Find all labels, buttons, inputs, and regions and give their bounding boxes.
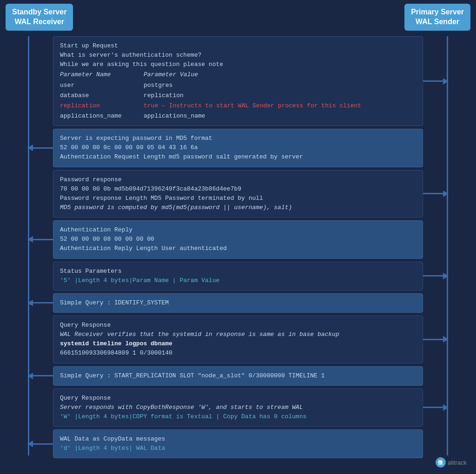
msg-box-identify-system: Simple Query : IDENTIFY_SYSTEM (53, 293, 423, 313)
msg-line-password-response-1: 70 00 00 00 0b md5b094d71396249f3ca84a23… (60, 184, 416, 194)
msg-line-identify-system-0: Simple Query : IDENTIFY_SYSTEM (60, 298, 416, 308)
msg-line-wal-data-0: WAL Data as CopyData messages (60, 434, 416, 444)
header: Standby Server WAL Receiver Primary Serv… (0, 0, 476, 36)
msg-line-query-response-2-0: Query Response (60, 394, 416, 403)
msg-line-md5-auth-1: 52 00 00 00 0c 00 00 00 05 04 43 16 6a (60, 143, 416, 152)
wechat-icon: 微 (436, 457, 446, 467)
standby-server-label: Standby Server WAL Receiver (6, 4, 73, 31)
main-content: Start up RequestWhat is server's authent… (0, 36, 476, 466)
msg-line-wal-data-1: 'd' |Length 4 bytes| WAL Data (60, 444, 416, 453)
msg-line-query-response-1-3: 6661510093306984809 1 0/3000140 (60, 349, 416, 358)
message-row-status-params: Status Parameters'5' |Length 4 bytes|Par… (28, 262, 448, 290)
msg-line-password-response-0: Password response (60, 175, 416, 184)
msg-box-startup-request: Start up RequestWhat is server's authent… (53, 36, 423, 126)
msg-line-auth-reply-0: Authentication Reply (60, 225, 416, 235)
msg-line-status-params-0: Status Parameters (60, 267, 416, 276)
msg-line-auth-reply-2: Authentication Reply Length User authent… (60, 244, 416, 253)
msg-box-status-params: Status Parameters'5' |Length 4 bytes|Par… (53, 262, 423, 290)
msg-line-auth-reply-1: 52 00 00 00 08 00 00 00 00 (60, 235, 416, 244)
message-row-query-response-2: Query ResponseServer responds with CopyB… (28, 388, 448, 427)
right-arrow-status-params (423, 275, 448, 276)
message-row-start-replication: Simple Query : START_REPLICATION SLOT "n… (28, 366, 448, 386)
left-vertical-line (28, 36, 29, 455)
left-arrow-wal-data (28, 443, 53, 445)
message-row-password-response: Password response70 00 00 00 0b md5b094d… (28, 170, 448, 218)
msg-line-startup-request-1: What is server's authentication scheme? (60, 51, 416, 60)
right-arrow-startup-request (423, 80, 448, 82)
right-arrow-password-response (423, 193, 448, 194)
msg-line-status-params-1: '5' |Length 4 bytes|Param Name | Param V… (60, 276, 416, 285)
message-row-query-response-1: Query ResponseWAL Receiver verifies that… (28, 316, 448, 363)
right-arrow-query-response-1 (423, 339, 448, 340)
msg-box-auth-reply: Authentication Reply52 00 00 00 08 00 00… (53, 220, 423, 258)
message-row-startup-request: Start up RequestWhat is server's authent… (28, 36, 448, 126)
msg-line-password-response-3: MD5 password is computed by md5(md5(pass… (60, 203, 416, 212)
left-arrow-auth-reply (28, 239, 53, 240)
left-arrow-identify-system (28, 302, 53, 303)
msg-line-startup-request-2: While we are asking this question please… (60, 60, 416, 69)
msg-line-query-response-1-0: Query Response (60, 321, 416, 330)
msg-line-password-response-2: Password response Length MD5 Password te… (60, 194, 416, 203)
right-vertical-line (447, 36, 448, 455)
msg-box-password-response: Password response70 00 00 00 0b md5b094d… (53, 170, 423, 218)
right-arrow-query-response-2 (423, 407, 448, 408)
msg-line-query-response-2-2: 'W' |Length 4 bytes|COPY format is Textu… (60, 412, 416, 421)
message-row-md5-auth: Server is expecting password in MD5 form… (28, 129, 448, 167)
message-row-identify-system: Simple Query : IDENTIFY_SYSTEM (28, 293, 448, 313)
msg-line-query-response-1-1: WAL Receiver verifies that the systemid … (60, 330, 416, 339)
msg-line-start-replication-0: Simple Query : START_REPLICATION SLOT "n… (60, 371, 416, 381)
msg-box-query-response-1: Query ResponseWAL Receiver verifies that… (53, 316, 423, 363)
message-row-auth-reply: Authentication Reply52 00 00 00 08 00 00… (28, 220, 448, 258)
msg-line-md5-auth-0: Server is expecting password in MD5 form… (60, 134, 416, 143)
msg-box-start-replication: Simple Query : START_REPLICATION SLOT "n… (53, 366, 423, 386)
left-arrow-md5-auth (28, 147, 53, 149)
msg-box-query-response-2: Query ResponseServer responds with CopyB… (53, 388, 423, 427)
msg-line-query-response-2-1: Server responds with CopyBothResponse 'W… (60, 403, 416, 412)
msg-line-query-response-1-2: systemid timeline logpos dbname (60, 339, 416, 349)
msg-box-md5-auth: Server is expecting password in MD5 form… (53, 129, 423, 167)
left-arrow-start-replication (28, 375, 53, 376)
msg-line-startup-request-0: Start up Request (60, 41, 416, 51)
watermark: 微 alitrack (436, 457, 467, 467)
msg-box-wal-data: WAL Data as CopyData messages'd' |Length… (53, 429, 423, 458)
primary-server-label: Primary Server WAL Sender (404, 4, 470, 31)
msg-line-md5-auth-2: Authentication Request Length md5 passwo… (60, 152, 416, 162)
watermark-text: alitrack (448, 459, 467, 466)
message-row-wal-data: WAL Data as CopyData messages'd' |Length… (28, 429, 448, 458)
